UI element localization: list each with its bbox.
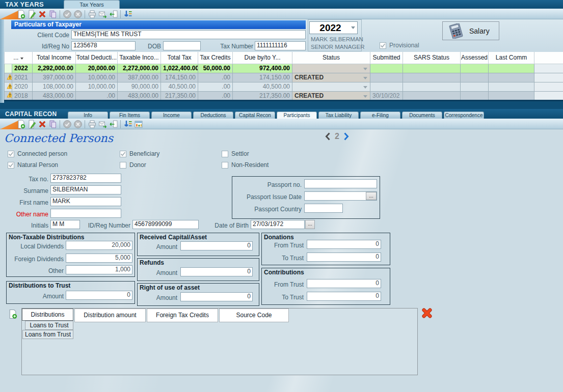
- other-dividends-field[interactable]: 1,000: [66, 265, 132, 274]
- print-icon[interactable]: [87, 9, 97, 19]
- tab-participants[interactable]: Participants: [277, 111, 317, 119]
- taxable-income-cell: 90,000.00: [118, 82, 161, 91]
- tab-correspondence[interactable]: Correspondence: [444, 111, 484, 119]
- cancel-icon[interactable]: [73, 119, 83, 129]
- dob-field[interactable]: [163, 41, 201, 50]
- delete-distribution-icon[interactable]: [421, 307, 433, 319]
- tax-year-row-2022[interactable]: 2022 2,292,000.00 20,000.00 2,272,000.00…: [5, 64, 563, 73]
- pager-next-icon[interactable]: [344, 132, 349, 141]
- print-icon[interactable]: [87, 119, 97, 129]
- from-trust-field[interactable]: 0: [307, 240, 381, 249]
- natural-person-checkbox[interactable]: Natural Person: [8, 161, 58, 169]
- provisional-checkbox[interactable]: Provisional: [380, 42, 419, 49]
- surname-field[interactable]: SILBERMAN: [50, 185, 121, 194]
- copy-record-icon[interactable]: [48, 119, 58, 129]
- copy-record-icon[interactable]: [48, 9, 58, 19]
- amount-field[interactable]: 0: [180, 241, 253, 250]
- group-title: Contributions: [264, 269, 304, 276]
- column-header-last-comm[interactable]: Last Comm: [489, 52, 534, 64]
- passport-country-field[interactable]: [304, 204, 343, 213]
- column-header-total-deductions[interactable]: Total Deducti...: [76, 52, 118, 64]
- pager-prev-icon[interactable]: [325, 132, 330, 141]
- passport-issue-date-field[interactable]: ...: [304, 191, 377, 201]
- tab-e-filing[interactable]: e-Filing: [360, 111, 400, 119]
- status-dropdown-cell[interactable]: [292, 82, 370, 91]
- to-trust-field[interactable]: 0: [307, 253, 381, 262]
- tab-deductions[interactable]: Deductions: [193, 111, 233, 119]
- non-resident-checkbox[interactable]: Non-Resident: [222, 161, 269, 169]
- date-of-birth-field[interactable]: 27/03/1972: [251, 220, 305, 229]
- subtab-loans-to-trust[interactable]: Loans to Trust: [25, 321, 73, 330]
- tab-documents[interactable]: Documents: [402, 111, 442, 119]
- delete-record-icon[interactable]: [37, 9, 47, 19]
- beneficiary-checkbox[interactable]: Beneficiary: [120, 150, 159, 157]
- tax-year-row-2021[interactable]: 2021 397,000.00 10,000.00 387,000.00 174…: [5, 73, 563, 82]
- passport-issue-date-browse-button[interactable]: ...: [366, 192, 377, 200]
- column-header-filter[interactable]: ...: [5, 52, 33, 64]
- foreign-dividends-field[interactable]: 5,000: [66, 254, 132, 263]
- tax-year-dropdown[interactable]: 2022: [309, 21, 358, 34]
- status-dropdown-cell[interactable]: [292, 64, 370, 73]
- other-name-field[interactable]: [50, 209, 121, 218]
- date-of-birth-browse-button[interactable]: ...: [305, 220, 315, 229]
- tax-year-row-2020[interactable]: 2020 108,000.00 10,000.00 90,000.00 40,5…: [5, 82, 563, 91]
- delete-record-icon[interactable]: [37, 119, 47, 129]
- column-header-total-income[interactable]: Total Income: [33, 52, 76, 64]
- tab-tax-liability[interactable]: Tax Liability: [318, 111, 359, 119]
- initials-field[interactable]: M M: [50, 220, 80, 229]
- to-trust-field[interactable]: 0: [307, 292, 381, 301]
- column-header-due[interactable]: Due by/to Y...: [233, 52, 292, 64]
- column-header-sars-status[interactable]: SARS Status: [403, 52, 461, 64]
- column-header-source-code[interactable]: Source Code: [219, 309, 289, 322]
- column-header-foreign-tax-credits[interactable]: Foreign Tax Credits: [147, 309, 218, 322]
- column-header-status[interactable]: Status: [292, 52, 370, 64]
- amount-field[interactable]: 0: [180, 267, 253, 276]
- column-header-taxable-income[interactable]: Taxable Inco...: [118, 52, 161, 64]
- column-header-total-tax[interactable]: Total Tax: [161, 52, 198, 64]
- cancel-icon[interactable]: [73, 9, 83, 19]
- column-header-distribution-amount[interactable]: Distribution amount: [74, 309, 146, 322]
- subtab-loans-from-trust[interactable]: Loans from Trust: [22, 330, 73, 339]
- edit-record-icon[interactable]: [26, 9, 36, 19]
- client-code-field[interactable]: THEMS|THE MS TRUST: [71, 30, 306, 39]
- tab-tax-years[interactable]: Tax Years: [64, 0, 120, 9]
- from-trust-field[interactable]: 0: [307, 279, 381, 288]
- column-header-assessed[interactable]: Assessed: [461, 52, 489, 64]
- export-mail-icon[interactable]: [109, 119, 118, 129]
- report-icon[interactable]: [133, 119, 143, 129]
- id-reg-number-field[interactable]: 45678999099: [132, 220, 199, 229]
- tax-number-field[interactable]: 1111111116: [255, 41, 306, 50]
- sort-icon[interactable]: [123, 119, 132, 129]
- id-reg-field[interactable]: 1235678: [71, 41, 136, 50]
- new-record-icon[interactable]: [16, 119, 25, 129]
- send-mail-icon[interactable]: [98, 9, 108, 19]
- first-name-field[interactable]: MARK: [50, 197, 121, 206]
- tab-income[interactable]: Income: [151, 111, 192, 119]
- amount-field[interactable]: 0: [180, 292, 253, 301]
- passport-no-field[interactable]: [304, 179, 377, 188]
- tab-info[interactable]: Info: [68, 111, 108, 119]
- edit-record-icon[interactable]: [26, 119, 36, 129]
- send-mail-icon[interactable]: [98, 119, 108, 129]
- amount-field[interactable]: 0: [66, 291, 132, 300]
- tax-no-field[interactable]: 2737823782: [50, 174, 121, 183]
- salary-button[interactable]: Salary: [442, 21, 499, 40]
- accept-icon[interactable]: [62, 119, 72, 129]
- tab-fin-items[interactable]: Fin Items: [110, 111, 150, 119]
- status-dropdown-cell[interactable]: CREATED: [292, 73, 370, 82]
- local-dividends-field[interactable]: 20,000: [66, 241, 132, 250]
- export-mail-icon[interactable]: [109, 9, 118, 19]
- column-header-tax-credits[interactable]: Tax Credits: [198, 52, 233, 64]
- donor-checkbox[interactable]: Donor: [120, 161, 146, 169]
- add-row-icon[interactable]: [8, 309, 17, 319]
- status-dropdown-cell[interactable]: CREATED: [292, 91, 370, 100]
- sort-icon[interactable]: [123, 9, 132, 19]
- column-header-submitted[interactable]: Submitted: [370, 52, 403, 64]
- subtab-distributions[interactable]: Distributions: [22, 309, 73, 321]
- connected-person-checkbox[interactable]: Connected person: [8, 150, 67, 157]
- new-record-icon[interactable]: [16, 9, 25, 19]
- tax-year-row-2018[interactable]: 2018 483,000.00 .00 483,000.00 217,350.0…: [5, 91, 563, 100]
- settlor-checkbox[interactable]: Settlor: [222, 150, 249, 157]
- accept-icon[interactable]: [62, 9, 72, 19]
- tab-capital-recon[interactable]: Capital Recon: [235, 111, 275, 119]
